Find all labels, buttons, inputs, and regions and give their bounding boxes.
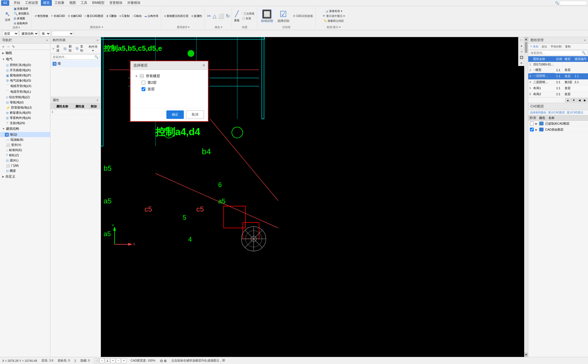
dialog-header[interactable]: 选择楼层 × bbox=[131, 61, 208, 70]
rotate-btn[interactable]: ↻ bbox=[225, 13, 230, 20]
c-delete-btn[interactable]: 🗑 C删除 bbox=[105, 14, 118, 18]
nav-sub-switch[interactable]: ◎ 开关插座(电)(K) bbox=[0, 68, 50, 73]
dialog-cancel-btn[interactable]: 取消 bbox=[186, 110, 204, 119]
nav-sub-wall[interactable]: 墙 墙(Q) bbox=[0, 132, 50, 137]
canvas-vscroll[interactable]: ▲ ▼ bbox=[524, 37, 528, 357]
comp-list-close[interactable]: × bbox=[97, 38, 98, 42]
dialog-close-btn[interactable]: × bbox=[203, 63, 205, 68]
find-replace-btn[interactable]: ⇄ 查找替换 bbox=[34, 14, 49, 18]
nav-sub-equip[interactable]: ⚙ 电气设备(电)(S) bbox=[0, 78, 50, 83]
nav-sub-bus[interactable]: ⊟ 母线(电)(I) bbox=[0, 100, 50, 105]
nav-sub-bridge[interactable]: ⊛ 桥架通头(电)(R) bbox=[0, 110, 50, 115]
vscroll-up-btn[interactable]: ▲ bbox=[524, 37, 528, 41]
canvas-tool-5[interactable]: ⚙ bbox=[519, 61, 524, 65]
dialog-confirm-btn[interactable]: 确定 bbox=[166, 110, 184, 119]
bottom-minus-btn[interactable]: − bbox=[116, 358, 121, 363]
cad-layer-row-2[interactable]: ▶ CAD原始图层 bbox=[528, 127, 588, 133]
search-input[interactable] bbox=[53, 55, 94, 59]
locate-drawing-btn[interactable]: 定位 bbox=[541, 44, 548, 49]
floor-selector[interactable]: 首层 bbox=[2, 31, 19, 36]
nav-item-axis[interactable]: ▶ 轴线 bbox=[0, 50, 50, 56]
extract-attr-btn[interactable]: ⊕ 提属性 bbox=[190, 14, 203, 18]
cad-layer-2-arrow[interactable]: ▶ bbox=[535, 128, 538, 131]
nav-sub-wire[interactable]: ⌒ 电线导管(电)(X) bbox=[0, 83, 50, 89]
nav-sub-std-room[interactable]: ⌂ 标准间(E) bbox=[0, 148, 50, 153]
element-type-selector[interactable]: 墙 bbox=[40, 31, 51, 36]
cad-layer-row-1[interactable]: ▶ 已提取的CAD图层 bbox=[528, 121, 588, 127]
menu-item-tools[interactable]: 工具 bbox=[79, 0, 89, 6]
cad-layer-1-checkbox[interactable] bbox=[530, 122, 534, 125]
show-cad-element-btn[interactable]: 显示CAD图元 bbox=[567, 111, 583, 115]
show-cad-layer-btn2[interactable]: 显示CAD图层 bbox=[548, 111, 565, 115]
menu-item-change[interactable]: 变更模块 bbox=[107, 0, 125, 6]
cut-btn[interactable]: ✂ bbox=[206, 13, 212, 20]
zoom-plus-icon[interactable]: ⊕ bbox=[164, 359, 167, 363]
trim-btn[interactable]: △ bbox=[212, 13, 217, 20]
multi-view-btn[interactable]: ⊞ 多视图 bbox=[13, 16, 30, 21]
nav-panel-close[interactable]: × bbox=[46, 38, 48, 42]
nav-item-structure[interactable]: ▼ 建筑结构 bbox=[0, 126, 50, 132]
scroll-up-btn[interactable]: ▲ bbox=[565, 98, 571, 102]
vscroll-thumb[interactable] bbox=[525, 42, 527, 53]
global-search-input[interactable] bbox=[560, 1, 587, 5]
scroll-right-btn[interactable]: ▶ bbox=[583, 98, 587, 102]
show-cad-layer-btn[interactable]: ≡ 显示CAD图层 bbox=[84, 14, 104, 18]
extend-btn[interactable]: ⬜ bbox=[218, 13, 225, 20]
canvas-tool-2[interactable]: ⊕ bbox=[519, 43, 524, 48]
show-selected-btn[interactable]: 👁 显示选中圆元 ▾ bbox=[322, 14, 346, 18]
line-btn[interactable]: ╱ bbox=[234, 10, 240, 18]
select-identify-btn[interactable]: ☑ 选择识别 bbox=[276, 9, 291, 23]
nav-sub-lightning[interactable]: ⚡ 防雷接地(电)(J) bbox=[0, 105, 50, 110]
struct-type-selector[interactable]: 建筑结构 bbox=[20, 31, 39, 36]
nav-sub-beam[interactable]: ⊟ 梁(KL) bbox=[0, 158, 50, 163]
nav-edit-btn[interactable]: ✎ bbox=[11, 44, 16, 49]
nav-sub-slab[interactable]: — 现浇板(B) bbox=[0, 137, 50, 142]
del-comp-btn[interactable]: ⊟ 删除 bbox=[63, 44, 74, 53]
menu-item-qty[interactable]: 工程量 bbox=[52, 0, 67, 6]
nav-sub-support[interactable]: ⊤ 支架(电)(N) bbox=[0, 121, 50, 126]
cloud-comp-btn[interactable]: ☁ 云构件库 bbox=[143, 14, 159, 18]
drawing-row-2[interactable]: 2 − 模型 1:1 首层 bbox=[528, 67, 588, 73]
cad-layer-2-checkbox[interactable] bbox=[530, 128, 534, 131]
menu-item-start[interactable]: 开始 bbox=[11, 0, 22, 6]
nav-sub-shaft[interactable]: ⬜ 竖井(V) bbox=[0, 142, 50, 148]
copy-to-floor-btn[interactable]: ⧉ 复制图元到其它层 bbox=[163, 14, 189, 18]
menu-item-bim[interactable]: BIM模型 bbox=[90, 0, 107, 6]
extra-selector[interactable] bbox=[52, 31, 74, 36]
nav-sub-ring-beam[interactable]: ⊟ 圈梁 bbox=[0, 168, 50, 173]
vscroll-down-btn[interactable]: ▼ bbox=[524, 353, 528, 357]
qty-check-btn[interactable]: 📊 量量检查 ▾ bbox=[324, 9, 343, 13]
drawing-mgmt-close[interactable]: × bbox=[584, 38, 586, 42]
copy-comp-btn[interactable]: ⧉ 复制 bbox=[75, 44, 86, 53]
drawing-row-5[interactable]: 5 布局1 1:1 首层 bbox=[528, 85, 588, 91]
scroll-left-btn[interactable]: ◀ bbox=[577, 98, 582, 102]
comp-item-wall[interactable]: 墙 墙 bbox=[50, 60, 101, 67]
find-element-btn[interactable]: 🔍 查找图元 bbox=[13, 11, 30, 16]
zoom-minus-icon[interactable]: ⊖ bbox=[160, 359, 163, 363]
draw-cad-btn[interactable]: ✏ 补画CAD bbox=[50, 14, 66, 18]
bottom-close-btn[interactable]: × bbox=[121, 358, 126, 363]
drawing-row-3[interactable]: 3 一层照明... 1:1 首层 1.1 bbox=[528, 73, 588, 79]
select-large-btn[interactable]: ↖ 选择 bbox=[3, 10, 13, 22]
props-close[interactable]: × bbox=[97, 98, 98, 102]
arc-btn[interactable]: ◜ 三点画弧 bbox=[241, 11, 255, 16]
comp-lib-btn[interactable]: 构件库 ▾ bbox=[86, 44, 100, 53]
menu-item-engineering[interactable]: 工程设置 bbox=[23, 0, 40, 6]
nav-remove-btn[interactable]: − bbox=[6, 44, 10, 49]
nav-sub-pipe[interactable]: ≡ 综合管线(电)(Z) bbox=[0, 95, 50, 100]
drawing-search-input[interactable] bbox=[530, 51, 582, 55]
bottom-plus-btn[interactable]: + bbox=[110, 358, 115, 363]
canvas-area[interactable]: Y X 控制a5,b5,c5,d5,e 控制a4,d4 b4 b5 a5 c5 … bbox=[101, 37, 528, 357]
batch-select-btn[interactable]: ▣ 批量选择 bbox=[13, 7, 30, 11]
bottom-angle-btn[interactable]: ∠ bbox=[105, 358, 110, 363]
nav-sub-light[interactable]: ◎ 照明灯具(电)(D) bbox=[0, 62, 50, 68]
floor-1-item[interactable]: 首层 bbox=[142, 87, 203, 92]
c-copy-btn[interactable]: ⧉ C复制 bbox=[119, 14, 130, 18]
canvas-tool-4[interactable]: 🔲 bbox=[519, 55, 524, 60]
drawing-row-6[interactable]: 6 布局2 1:1 首层 bbox=[528, 91, 588, 97]
floor-2-item[interactable]: 第2层 bbox=[142, 80, 203, 85]
nav-item-electric[interactable]: ▼ 电气 bbox=[0, 56, 50, 62]
nav-item-custom[interactable]: ▶ 自定义 bbox=[0, 173, 50, 180]
c-move-btn[interactable]: ↕ C移动 bbox=[131, 14, 142, 18]
manual-split-btn[interactable]: 手动分割 bbox=[550, 44, 562, 49]
